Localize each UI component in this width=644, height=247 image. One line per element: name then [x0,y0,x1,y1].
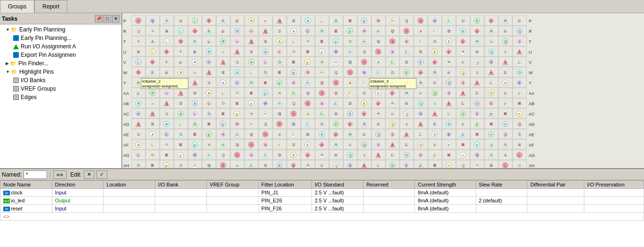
tree-label-pin-finder: Pin Finder... [18,60,48,67]
expand-arrow-early: ▼ [6,27,10,32]
table-header-row: Node Name Direction Location I/O Bank VR… [0,181,644,189]
tab-groups-label: Groups [8,3,26,10]
cell-direction: Output [52,197,103,205]
tasks-icons: 📌 □ ✕ [95,15,119,23]
tree-item-io-banks[interactable]: I/O Banks [0,76,121,85]
tree-label-run-io: Run I/O Assignment A [21,43,76,50]
cell-current-strength: 8mA (default) [415,205,476,213]
col-slew-rate: Slew Rate [476,181,527,189]
tab-report[interactable]: Report [34,0,67,13]
in-icon: in [3,207,10,211]
col-location: Location [103,181,155,189]
cell-fitter-location: PIN_E26 [258,197,311,205]
cell-location [103,205,155,213]
folder-icon-highlight: 📁 [11,69,17,75]
cell-reserved [363,205,415,213]
tree-item-early-pin-planning-group[interactable]: ▼ 📁 Early Pin Planning [0,25,121,34]
top-tabs: Groups Report [0,0,644,13]
folder-icon-pin-finder: 📁 [10,61,16,67]
cell-node-name: outio_led [0,197,52,205]
cell-reserved [363,189,415,197]
cell-io-preservation [584,197,644,205]
checkmark-button[interactable]: ✓ [96,170,107,179]
cell-vref-group [207,205,258,213]
expand-arrow-highlight: ▼ [6,69,10,74]
cell-io-standard: 2.5 V ...fault) [311,189,363,197]
cell-location [103,189,155,197]
tree-item-highlight-pins[interactable]: ▼ 📁 Highlight Pins [0,68,121,76]
tree-label-edges: Edges [21,94,37,100]
new-node-row[interactable]: <> [0,213,644,221]
tree-label-highlight-pins: Highlight Pins [19,69,54,75]
tree-item-export-pin[interactable]: Export Pin Assignmen [0,51,121,59]
grid-icon-io-banks [13,77,19,83]
cell-direction: Input [52,189,103,197]
cell-io-standard: 2.5 V ...fault) [311,197,363,205]
out-icon: out [3,199,10,203]
bottom-toolbar: Named: «» Edit: ✕ ✓ [0,169,644,180]
tree-label-vref-groups: VREF Groups [21,85,56,92]
cell-io-bank [155,189,207,197]
tree-label-export-pin: Export Pin Assignmen [21,52,76,58]
tasks-header: Tasks 📌 □ ✕ [0,13,121,24]
cell-direction: Input [52,205,103,213]
col-diff-pair: Differential Pair [527,181,584,189]
col-vref-group: VREF Group [207,181,258,189]
blue-square-icon-export [13,52,19,58]
window-icon[interactable]: □ [103,15,111,23]
cell-io-preservation [584,205,644,213]
tree-label-early-pin-planning: Early Pin Planning [19,26,65,33]
table-row[interactable]: outio_led Output PIN_E26 2.5 V ...fault)… [0,197,644,205]
table-wrapper[interactable]: Node Name Direction Location I/O Bank VR… [0,180,644,247]
named-input[interactable] [24,170,47,179]
cell-location [103,197,155,205]
col-current-strength: Current Strength [415,181,476,189]
col-io-preservation: I/O Preservation [584,181,644,189]
folder-icon-early: 📁 [11,27,17,33]
cell-diff-pair [527,197,584,205]
named-label: Named: [2,171,22,178]
pin-table: Node Name Direction Location I/O Bank VR… [0,180,644,221]
close-icon[interactable]: ✕ [112,15,119,23]
cell-fitter-location: PIN_J1 [258,189,311,197]
cell-io-standard: 2.5 V ...fault) [311,205,363,213]
cell-slew-rate: 2 (default) [476,197,527,205]
table-body: inclock Input PIN_J1 2.5 V ...fault) 8mA… [0,189,644,221]
table-row[interactable]: inclock Input PIN_J1 2.5 V ...fault) 8mA… [0,189,644,197]
tree-item-pin-finder[interactable]: ▶ 📁 Pin Finder... [0,59,121,68]
cell-vref-group [207,189,258,197]
cell-current-strength: 8mA (default) [415,189,476,197]
xmark-button[interactable]: ✕ [84,170,95,179]
tree-item-early-pin-planning-item[interactable]: Early Pin Planning... [0,34,121,42]
pin-icon[interactable]: 📌 [95,15,103,23]
edit-label: Edit: [71,171,82,178]
tree-item-vref-groups[interactable]: VREF Groups [0,85,121,93]
col-io-bank: I/O Bank [155,181,207,189]
tree-item-run-io[interactable]: Run I/O Assignment A [0,42,121,51]
cell-vref-group [207,197,258,205]
in-icon: in [3,191,10,195]
blue-square-icon-epp [13,35,19,41]
col-io-standard: I/O Standard [311,181,363,189]
cell-slew-rate [476,205,527,213]
cell-io-bank [155,197,207,205]
tab-report-label: Report [42,3,59,10]
new-node-cell: <> [0,213,644,221]
cell-node-name: inreset [0,205,52,213]
cell-io-preservation [584,189,644,197]
cell-diff-pair [527,205,584,213]
tree-item-edges[interactable]: Edges [0,93,121,101]
cell-reserved [363,197,415,205]
cell-diff-pair [527,189,584,197]
col-reserved: Reserved [363,181,415,189]
cell-node-name: inclock [0,189,52,197]
cell-io-bank [155,205,207,213]
col-fitter-location: Fitter Location [258,181,311,189]
table-row[interactable]: inreset Input PIN_F26 2.5 V ...fault) 8m… [0,205,644,213]
expand-arrow-pin-finder: ▶ [6,61,9,66]
grid-icon-edges [13,94,19,100]
col-node-name: Node Name [0,181,52,189]
tab-groups[interactable]: Groups [0,0,34,13]
col-direction: Direction [52,181,103,189]
filter-button[interactable]: «» [53,170,66,179]
